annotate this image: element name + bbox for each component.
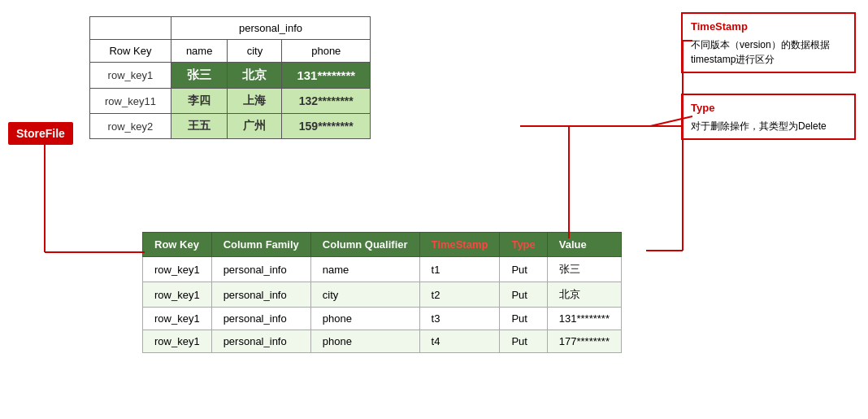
personal-info-header: personal_info xyxy=(171,17,370,40)
bd-ts: t4 xyxy=(419,330,500,353)
table-row: row_key1 personal_info name t1 Put 张三 xyxy=(143,257,622,282)
bd-cq: city xyxy=(310,282,419,308)
timestamp-title: TimeStamp xyxy=(691,19,846,35)
bd-ts: t3 xyxy=(419,308,500,330)
phone-col-header: phone xyxy=(282,40,371,63)
table-row: row_key1 personal_info phone t4 Put 177*… xyxy=(143,330,622,353)
bd-type: Put xyxy=(500,257,547,282)
bottom-header-row: Row Key Column Family Column Qualifier T… xyxy=(143,233,622,257)
bd-cf: personal_info xyxy=(211,257,310,282)
timestamp-text: 不同版本（version）的数据根据timestamp进行区分 xyxy=(691,37,846,67)
bd-cf: personal_info xyxy=(211,282,310,308)
type-annotation: Type 对于删除操作，其类型为Delete xyxy=(681,94,856,140)
top-table: personal_info Row Key name city phone ro… xyxy=(89,16,371,139)
bd-value: 北京 xyxy=(547,282,621,308)
bd-value: 177******** xyxy=(547,330,621,353)
phone-cell: 159******** xyxy=(282,114,371,139)
row-key-cell: row_key1 xyxy=(90,63,171,89)
empty-header xyxy=(90,17,171,40)
city-cell: 北京 xyxy=(228,63,282,89)
main-container: StoreFile personal_info Row Key name cit… xyxy=(0,0,868,419)
bd-rowkey: row_key1 xyxy=(143,330,212,353)
phone-cell: 131******** xyxy=(282,63,371,89)
bd-type: Put xyxy=(500,282,547,308)
bh-value: Value xyxy=(547,233,621,257)
table-row: row_key1 personal_info city t2 Put 北京 xyxy=(143,282,622,308)
bh-rowkey: Row Key xyxy=(143,233,212,257)
table-row: row_key11 李四 上海 132******** xyxy=(90,89,371,114)
col-header-row: Row Key name city phone xyxy=(90,40,371,63)
row-key-cell: row_key11 xyxy=(90,89,171,114)
bd-value: 131******** xyxy=(547,308,621,330)
name-cell: 王五 xyxy=(171,114,228,139)
bd-value: 张三 xyxy=(547,257,621,282)
table-row: row_key2 王五 广州 159******** xyxy=(90,114,371,139)
bottom-table: Row Key Column Family Column Qualifier T… xyxy=(142,232,622,353)
bd-cq: name xyxy=(310,257,419,282)
name-cell: 张三 xyxy=(171,63,228,89)
city-cell: 广州 xyxy=(228,114,282,139)
row-key-cell: row_key2 xyxy=(90,114,171,139)
table-row: row_key1 张三 北京 131******** xyxy=(90,63,371,89)
bd-rowkey: row_key1 xyxy=(143,308,212,330)
bd-ts: t2 xyxy=(419,282,500,308)
phone-cell: 132******** xyxy=(282,89,371,114)
city-cell: 上海 xyxy=(228,89,282,114)
name-col-header: name xyxy=(171,40,228,63)
bh-cf: Column Family xyxy=(211,233,310,257)
bh-type: Type xyxy=(500,233,547,257)
bd-cq: phone xyxy=(310,308,419,330)
bd-type: Put xyxy=(500,330,547,353)
bottom-section: Row Key Column Family Column Qualifier T… xyxy=(142,232,622,353)
rowkey-col-header: Row Key xyxy=(90,40,171,63)
bd-type: Put xyxy=(500,308,547,330)
bd-cq: phone xyxy=(310,330,419,353)
bd-rowkey: row_key1 xyxy=(143,257,212,282)
bd-ts: t1 xyxy=(419,257,500,282)
type-title: Type xyxy=(691,100,846,116)
city-col-header: city xyxy=(228,40,282,63)
bd-cf: personal_info xyxy=(211,330,310,353)
bd-cf: personal_info xyxy=(211,308,310,330)
name-cell: 李四 xyxy=(171,89,228,114)
bh-cq: Column Qualifier xyxy=(310,233,419,257)
type-text: 对于删除操作，其类型为Delete xyxy=(691,119,846,133)
bh-ts: TimeStamp xyxy=(419,233,500,257)
top-section: personal_info Row Key name city phone ro… xyxy=(89,16,371,139)
table-row: row_key1 personal_info phone t3 Put 131*… xyxy=(143,308,622,330)
table-header-row: personal_info xyxy=(90,17,371,40)
timestamp-annotation: TimeStamp 不同版本（version）的数据根据timestamp进行区… xyxy=(681,12,856,73)
storefile-label: StoreFile xyxy=(8,122,73,145)
bd-rowkey: row_key1 xyxy=(143,282,212,308)
